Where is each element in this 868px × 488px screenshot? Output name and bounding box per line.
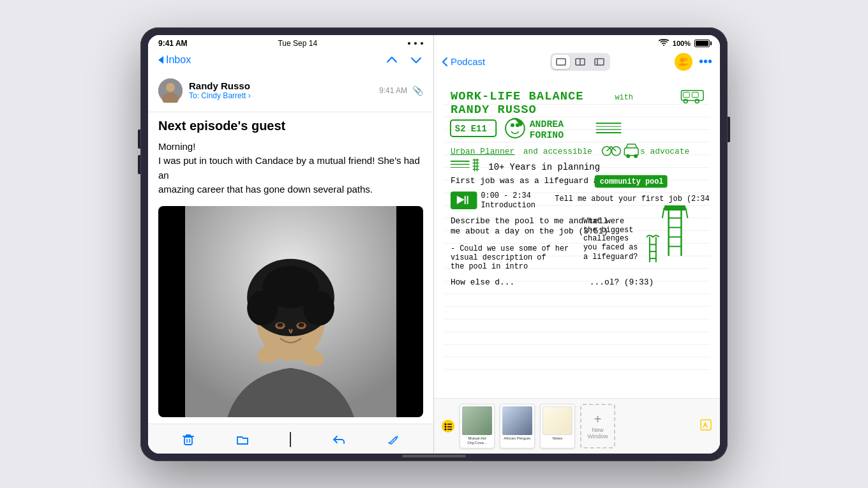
svg-point-15 — [299, 323, 304, 327]
thumbnail-3[interactable]: Notes — [540, 404, 575, 448]
svg-text:...ol? (9:33): ...ol? (9:33) — [590, 277, 654, 286]
layout-switcher — [550, 53, 610, 71]
layout-single-button[interactable] — [552, 55, 570, 69]
notes-svg: WORK-LIFE BALANCE with RANDY RUSSO S2 E1… — [444, 81, 710, 393]
notes-nav-bar: Podcast — [434, 50, 720, 76]
notes-bottom-toolbar: Mutual Aid Org:Cove... African Penguin N… — [434, 398, 720, 454]
svg-text:the pool in intro: the pool in intro — [451, 262, 528, 271]
battery-icon — [694, 40, 710, 47]
plus-icon: + — [594, 412, 602, 427]
to-name[interactable]: Cindy Barrett — [201, 91, 246, 100]
bullet-list-icon[interactable] — [442, 420, 454, 433]
collaboration-icon[interactable] — [675, 53, 692, 71]
sender-name: Randy Russo — [189, 80, 373, 91]
thumbnail-1[interactable]: Mutual Aid Org:Cove... — [460, 404, 495, 448]
email-time: 9:41 AM — [379, 86, 407, 95]
svg-text:Introduction: Introduction — [481, 200, 535, 209]
battery-percentage: 100% — [673, 40, 691, 47]
mail-panel: 9:41 AM Tue Sep 14 Inbox — [148, 35, 434, 454]
email-body-line1: Morning! — [158, 140, 423, 154]
new-window-label: New Window — [581, 427, 614, 440]
mail-nav-bar: Inbox — [148, 50, 433, 72]
back-chevron-icon — [442, 57, 448, 67]
svg-text:0:00 - 2:34: 0:00 - 2:34 — [481, 191, 530, 200]
thumb2-title: African Penguin — [504, 436, 530, 441]
mail-status-bar: 9:41 AM Tue Sep 14 — [148, 35, 433, 50]
layout-split-button[interactable] — [571, 55, 589, 69]
notes-content: WORK-LIFE BALANCE with RANDY RUSSO S2 E1… — [434, 76, 720, 398]
svg-line-110 — [685, 207, 687, 218]
layout-single-icon — [556, 58, 566, 66]
nav-down-arrow[interactable] — [409, 53, 423, 67]
power-button[interactable] — [728, 117, 730, 142]
email-photo-area — [158, 206, 423, 417]
folder-button[interactable] — [236, 433, 250, 447]
svg-point-60 — [505, 119, 525, 138]
svg-point-75 — [634, 154, 638, 158]
mail-toolbar — [148, 424, 433, 454]
ipad-device: 9:41 AM Tue Sep 14 Inbox — [140, 27, 728, 461]
svg-text:WORK-LIFE BALANCE: WORK-LIFE BALANCE — [451, 89, 584, 103]
nav-up-arrow[interactable] — [385, 53, 399, 67]
svg-text:challenges: challenges — [583, 234, 629, 243]
volume-up-button[interactable] — [138, 129, 140, 149]
svg-text:What were: What were — [583, 216, 624, 225]
ipad-screen: 9:41 AM Tue Sep 14 Inbox — [148, 35, 720, 454]
status-icons — [408, 42, 423, 45]
svg-point-61 — [511, 123, 514, 127]
layout-sidebar-button[interactable] — [590, 55, 608, 69]
status-date: Tue Sep 14 — [278, 39, 317, 48]
to-label: To: — [189, 91, 199, 100]
email-body-line3: amazing career that has gone down severa… — [158, 182, 423, 197]
svg-rect-90 — [451, 191, 477, 209]
status-dot-2 — [414, 42, 417, 45]
svg-text:- Could we use some of her: - Could we use some of her — [451, 244, 569, 253]
svg-text:FORINO: FORINO — [530, 129, 564, 140]
email-nav-arrows — [385, 53, 423, 67]
svg-text:and accessible: and accessible — [523, 146, 592, 156]
podcast-back-button[interactable]: Podcast — [442, 56, 485, 67]
status-dot-3 — [421, 42, 423, 45]
svg-rect-53 — [683, 92, 689, 97]
attachment-icon: 📎 — [412, 85, 423, 96]
svg-text:s advocate: s advocate — [640, 146, 689, 156]
to-chevron: › — [248, 91, 251, 100]
thumb3-title: Notes — [553, 436, 563, 441]
svg-point-27 — [684, 57, 687, 61]
reply-button[interactable] — [332, 433, 346, 447]
svg-point-127 — [445, 428, 447, 430]
svg-point-56 — [695, 99, 699, 103]
inbox-back-button[interactable]: Inbox — [158, 54, 191, 66]
svg-text:First job was as a lifeguard a: First job was as a lifeguard at a — [451, 176, 613, 186]
svg-text:the biggest: the biggest — [583, 225, 633, 234]
thumbnail-2[interactable]: African Penguin — [500, 404, 535, 448]
svg-line-109 — [662, 207, 664, 218]
svg-point-55 — [684, 99, 687, 103]
svg-text:How else d...: How else d... — [451, 277, 514, 286]
trash-button[interactable] — [181, 433, 195, 447]
notes-status-bar: 100% — [434, 35, 720, 50]
compose-button[interactable] — [386, 433, 400, 447]
svg-rect-108 — [664, 205, 686, 210]
svg-text:a lifeguard?: a lifeguard? — [583, 253, 638, 262]
svg-point-11 — [262, 265, 318, 307]
svg-rect-24 — [595, 59, 604, 65]
svg-text:ANDREA: ANDREA — [530, 119, 564, 129]
svg-rect-18 — [184, 437, 192, 445]
layout-split-icon — [575, 58, 585, 66]
thumb1-title: Mutual Aid Org:Cove... — [462, 436, 492, 445]
home-indicator — [290, 432, 291, 447]
status-time: 9:41 AM — [158, 39, 188, 48]
svg-text:Urban Planner: Urban Planner — [451, 146, 514, 156]
inbox-label: Inbox — [166, 54, 191, 66]
new-window-button[interactable]: + New Window — [580, 404, 615, 448]
more-button[interactable]: ••• — [699, 54, 712, 69]
svg-rect-21 — [557, 59, 565, 65]
svg-rect-52 — [681, 90, 703, 100]
volume-down-button[interactable] — [138, 155, 140, 174]
svg-text:S2 E11: S2 E11 — [455, 124, 487, 134]
notes-edit-button[interactable] — [700, 418, 712, 434]
svg-text:RANDY RUSSO: RANDY RUSSO — [451, 103, 537, 117]
sender-row: Randy Russo To: Cindy Barrett › 9:41 AM … — [158, 78, 423, 103]
svg-text:with: with — [615, 92, 633, 101]
